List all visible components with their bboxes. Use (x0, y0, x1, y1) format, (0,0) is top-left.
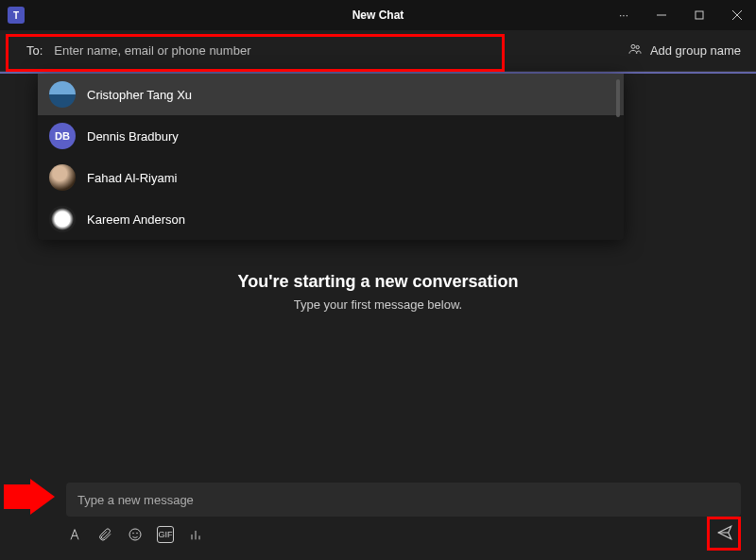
avatar (49, 81, 76, 108)
suggestion-dropdown: Cristopher Tang Xu DB Dennis Bradbury Fa… (38, 74, 624, 240)
suggestion-item[interactable]: DB Dennis Bradbury (38, 115, 624, 157)
to-input[interactable] (54, 43, 495, 58)
add-group-name-button[interactable]: Add group name (627, 42, 741, 59)
window-title: New Chat (352, 8, 404, 22)
maximize-icon[interactable] (680, 0, 718, 30)
scrollbar-thumb[interactable] (616, 79, 620, 117)
suggestion-item[interactable]: Cristopher Tang Xu (38, 74, 624, 115)
suggestion-name: Kareem Anderson (87, 212, 185, 227)
svg-point-5 (636, 45, 639, 48)
avatar (49, 164, 76, 191)
emoji-icon[interactable] (127, 526, 144, 543)
svg-point-7 (133, 533, 134, 534)
suggestion-item[interactable]: Kareem Anderson (38, 198, 624, 240)
main-area: Cristopher Tang Xu DB Dennis Bradbury Fa… (0, 74, 756, 475)
titlebar: T New Chat ··· (0, 0, 756, 30)
suggestion-name: Cristopher Tang Xu (87, 88, 192, 102)
teams-logo-icon: T (8, 7, 25, 24)
svg-point-8 (137, 533, 138, 534)
compose-area: GIF (0, 475, 756, 560)
empty-state: You're starting a new conversation Type … (237, 272, 518, 312)
svg-rect-1 (696, 11, 703, 19)
suggestion-name: Dennis Bradbury (87, 129, 179, 144)
empty-state-subtitle: Type your first message below. (237, 297, 518, 312)
close-icon[interactable] (718, 0, 756, 30)
avatar (49, 206, 76, 232)
more-button[interactable]: ··· (605, 0, 643, 30)
format-icon[interactable] (66, 526, 83, 543)
send-button[interactable] (711, 518, 739, 547)
compose-toolbar: GIF (66, 526, 741, 543)
avatar: DB (49, 123, 76, 149)
svg-point-4 (631, 44, 635, 48)
poll-icon[interactable] (187, 526, 204, 543)
message-input[interactable] (66, 483, 741, 517)
suggestion-name: Fahad Al-Riyami (87, 171, 177, 185)
minimize-icon[interactable] (643, 0, 680, 30)
suggestion-item[interactable]: Fahad Al-Riyami (38, 157, 624, 198)
add-group-name-label: Add group name (650, 43, 741, 58)
to-label: To: (26, 43, 43, 58)
svg-point-6 (129, 529, 141, 540)
attach-icon[interactable] (96, 526, 113, 543)
gif-icon[interactable]: GIF (157, 526, 174, 543)
empty-state-title: You're starting a new conversation (237, 272, 518, 292)
to-row: To: Add group name (0, 30, 756, 72)
people-icon (627, 42, 643, 59)
